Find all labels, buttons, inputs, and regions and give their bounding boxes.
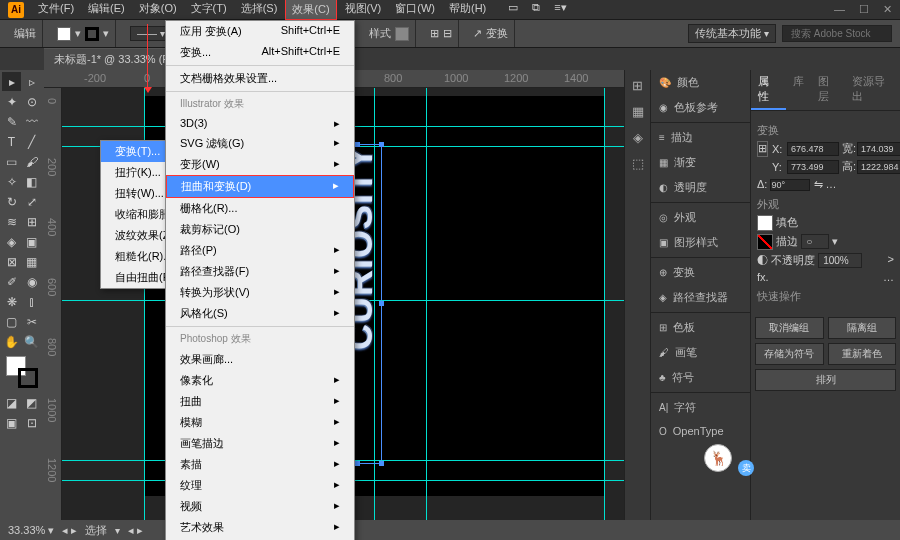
x-input[interactable] bbox=[787, 142, 839, 156]
h-input[interactable] bbox=[857, 160, 900, 174]
panel-transform[interactable]: ⊕ 变换 bbox=[651, 260, 750, 285]
panel-character[interactable]: A| 字符 bbox=[651, 395, 750, 420]
dd-3d[interactable]: 3D(3)▸ bbox=[166, 114, 354, 133]
panel-transparency[interactable]: ◐ 透明度 bbox=[651, 175, 750, 200]
menu-file[interactable]: 文件(F) bbox=[32, 0, 80, 20]
more-icon[interactable]: … bbox=[826, 178, 837, 190]
color-mode-icon[interactable]: ◪ bbox=[2, 393, 21, 412]
lasso-tool[interactable]: ⊙ bbox=[22, 92, 41, 111]
magic-wand-tool[interactable]: ✦ bbox=[2, 92, 21, 111]
zoom-dropdown[interactable]: 33.33% ▾ bbox=[8, 524, 54, 537]
rect-tool[interactable]: ▭ bbox=[2, 152, 21, 171]
menu-type[interactable]: 文字(T) bbox=[185, 0, 233, 20]
qa-arrange[interactable]: 排列 bbox=[755, 369, 896, 391]
search-stock-input[interactable] bbox=[782, 25, 892, 42]
panel-guide[interactable]: ◉ 色板参考 bbox=[651, 95, 750, 120]
fill-well[interactable] bbox=[757, 215, 773, 231]
dd-transform[interactable]: 变换...Alt+Shift+Ctrl+E bbox=[166, 42, 354, 63]
dd-warp[interactable]: 变形(W)▸ bbox=[166, 154, 354, 175]
direct-select-tool[interactable]: ▹ bbox=[22, 72, 41, 91]
tab-libraries[interactable]: 库 bbox=[786, 70, 811, 110]
slice-tool[interactable]: ✂ bbox=[22, 312, 41, 331]
angle-input[interactable] bbox=[770, 179, 810, 191]
menu-help[interactable]: 帮助(H) bbox=[443, 0, 492, 20]
pen-tool[interactable]: ✎ bbox=[2, 112, 21, 131]
draw-mode-icon[interactable]: ◩ bbox=[22, 393, 41, 412]
tab-properties[interactable]: 属性 bbox=[751, 70, 786, 110]
fx-label[interactable]: fx. bbox=[757, 271, 769, 283]
menu-object[interactable]: 对象(O) bbox=[133, 0, 183, 20]
shape-builder-tool[interactable]: ◈ bbox=[2, 232, 21, 251]
dd-pixelate[interactable]: 像素化▸ bbox=[166, 370, 354, 391]
dd-path[interactable]: 路径(P)▸ bbox=[166, 240, 354, 261]
panel-pathfinder[interactable]: ◈ 路径查找器 bbox=[651, 285, 750, 310]
dd-gallery[interactable]: 效果画廊... bbox=[166, 349, 354, 370]
menu-select[interactable]: 选择(S) bbox=[235, 0, 284, 20]
dd-video[interactable]: 视频▸ bbox=[166, 496, 354, 517]
toolbar-icon[interactable]: ▭ bbox=[502, 0, 524, 20]
toolbar-icon[interactable]: ⧉ bbox=[526, 0, 546, 20]
qa-ungroup[interactable]: 取消编组 bbox=[755, 317, 824, 339]
dd-sketch[interactable]: 素描▸ bbox=[166, 454, 354, 475]
menu-window[interactable]: 窗口(W) bbox=[389, 0, 441, 20]
mesh-tool[interactable]: ⊠ bbox=[2, 252, 21, 271]
dd-crop[interactable]: 裁剪标记(O) bbox=[166, 219, 354, 240]
dd-pathfinder[interactable]: 路径查找器(F)▸ bbox=[166, 261, 354, 282]
dd-distort2[interactable]: 扭曲▸ bbox=[166, 391, 354, 412]
width-tool[interactable]: ≋ bbox=[2, 212, 21, 231]
maximize-icon[interactable]: ☐ bbox=[859, 3, 869, 16]
menu-edit[interactable]: 编辑(E) bbox=[82, 0, 131, 20]
line-tool[interactable]: ╱ bbox=[22, 132, 41, 151]
zoom-tool[interactable]: 🔍 bbox=[22, 332, 41, 351]
curvature-tool[interactable]: 〰 bbox=[22, 112, 41, 131]
flip-h-icon[interactable]: ⇋ bbox=[814, 178, 823, 190]
dd-stylize[interactable]: 风格化(S)▸ bbox=[166, 303, 354, 324]
panel-swatches[interactable]: ⊞ 色板 bbox=[651, 315, 750, 340]
guide[interactable] bbox=[604, 88, 605, 520]
dd-brush[interactable]: 画笔描边▸ bbox=[166, 433, 354, 454]
transform-icon[interactable]: ↗ bbox=[473, 27, 482, 40]
stroke-weight-input[interactable] bbox=[801, 234, 829, 249]
shaper-tool[interactable]: ✧ bbox=[2, 172, 21, 191]
eyedropper-tool[interactable]: ✐ bbox=[2, 272, 21, 291]
panel-opentype[interactable]: Ο OpenType bbox=[651, 420, 750, 442]
free-transform-tool[interactable]: ⊞ bbox=[22, 212, 41, 231]
dd-texture[interactable]: 纹理▸ bbox=[166, 475, 354, 496]
guide[interactable] bbox=[426, 88, 427, 520]
tab-layers[interactable]: 图层 bbox=[811, 70, 846, 110]
fill-color-swatch[interactable] bbox=[57, 27, 71, 41]
tab-assets[interactable]: 资源导出 bbox=[845, 70, 900, 110]
selection-tool[interactable]: ▸ bbox=[2, 72, 21, 91]
perspective-tool[interactable]: ▣ bbox=[22, 232, 41, 251]
close-icon[interactable]: ✕ bbox=[883, 3, 892, 16]
gradient-tool[interactable]: ▦ bbox=[22, 252, 41, 271]
dd-apply-last[interactable]: 应用 变换(A)Shift+Ctrl+E bbox=[166, 21, 354, 42]
dd-svg[interactable]: SVG 滤镜(G)▸ bbox=[166, 133, 354, 154]
dd-blur[interactable]: 模糊▸ bbox=[166, 412, 354, 433]
stroke-color-swatch[interactable] bbox=[85, 27, 99, 41]
type-tool[interactable]: T bbox=[2, 132, 21, 151]
toolbar-icon[interactable]: ≡▾ bbox=[548, 0, 572, 20]
menu-view[interactable]: 视图(V) bbox=[339, 0, 388, 20]
graph-tool[interactable]: ⫿ bbox=[22, 292, 41, 311]
dd-artistic[interactable]: 艺术效果▸ bbox=[166, 517, 354, 538]
style-swatch[interactable] bbox=[395, 27, 409, 41]
workspace-dropdown[interactable]: 传统基本功能 ▾ bbox=[688, 24, 776, 43]
panel-graphic-styles[interactable]: ▣ 图形样式 bbox=[651, 230, 750, 255]
artboard-tool[interactable]: ▢ bbox=[2, 312, 21, 331]
rotate-tool[interactable]: ↻ bbox=[2, 192, 21, 211]
screen-mode-icon[interactable]: ⊡ bbox=[22, 413, 41, 432]
minimize-icon[interactable]: — bbox=[834, 3, 845, 16]
panel-icon[interactable]: ▦ bbox=[630, 104, 646, 120]
opacity-prop-input[interactable] bbox=[818, 253, 862, 268]
brush-tool[interactable]: 🖌 bbox=[22, 152, 41, 171]
hand-tool[interactable]: ✋ bbox=[2, 332, 21, 351]
w-input[interactable] bbox=[857, 142, 900, 156]
dd-convert[interactable]: 转换为形状(V)▸ bbox=[166, 282, 354, 303]
dd-raster[interactable]: 栅格化(R)... bbox=[166, 198, 354, 219]
panel-symbols[interactable]: ♣ 符号 bbox=[651, 365, 750, 390]
qa-save-symbol[interactable]: 存储为符号 bbox=[755, 343, 824, 365]
scale-tool[interactable]: ⤢ bbox=[22, 192, 41, 211]
align-icon[interactable]: ⊟ bbox=[443, 27, 452, 40]
blend-tool[interactable]: ◉ bbox=[22, 272, 41, 291]
